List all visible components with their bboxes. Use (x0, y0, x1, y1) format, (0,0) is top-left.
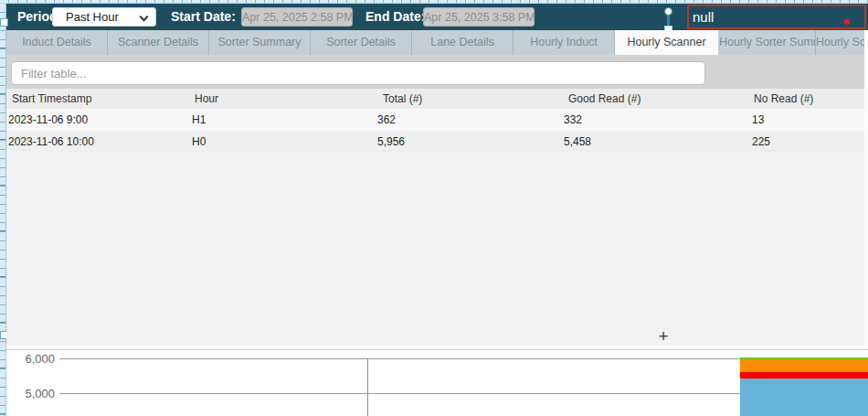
cell-no-read: 225 (752, 131, 770, 153)
vertical-ruler (0, 4, 6, 416)
column-header-good-read[interactable]: Good Read (#) (568, 89, 640, 109)
bar-segment-orange[interactable] (740, 360, 868, 372)
column-header-start-timestamp[interactable]: Start Timestamp (12, 89, 91, 109)
y-axis-tick-5000: 5,000 (7, 387, 55, 400)
tab-lane-details[interactable]: Lane Details (412, 30, 513, 55)
null-overlay-field[interactable]: null (687, 5, 866, 29)
period-select-value: Past Hour (66, 8, 119, 26)
end-date-label: End Date: (365, 4, 425, 30)
tab-hourly-scanner[interactable]: Hourly Scanner (615, 30, 719, 55)
chevron-down-icon (140, 13, 149, 22)
tab-hourly-sorter-summary[interactable]: Hourly Sorter Summar (719, 30, 816, 55)
panel-divider (6, 346, 868, 350)
column-header-hour[interactable]: Hour (195, 89, 218, 109)
filter-table-input[interactable] (11, 61, 705, 85)
table-row[interactable]: 2023-11-06 10:00 H0 5,956 5,458 225 (6, 131, 868, 153)
table-header-row: Start Timestamp Hour Total (#) Good Read… (6, 89, 868, 109)
column-header-no-read[interactable]: No Read (#) (754, 89, 813, 109)
category-divider-line (367, 358, 368, 416)
cell-hour: H1 (192, 109, 206, 131)
period-select[interactable]: Past Hour (52, 7, 156, 27)
hourly-scanner-chart: 6,000 5,000 (6, 351, 868, 416)
table-row[interactable]: 2023-11-06 9:00 H1 362 332 13 (6, 109, 868, 131)
cell-hour: H0 (192, 131, 206, 153)
tab-scanner-details[interactable]: Scanner Details (108, 30, 209, 55)
y-axis-tick-6000: 6,000 (7, 352, 55, 366)
start-date-input[interactable] (241, 7, 353, 27)
tab-bar: Induct Details Scanner Details Sorter Su… (6, 30, 868, 55)
selection-anchor-circle[interactable] (664, 7, 672, 16)
tab-hourly-sorter-details[interactable]: Hourly Sort (816, 30, 867, 55)
resize-handle-left-top[interactable] (0, 18, 8, 27)
table-empty-area (6, 153, 868, 346)
bar-segment-no-read[interactable] (740, 372, 868, 379)
cell-good-read: 332 (564, 109, 582, 131)
cell-no-read: 13 (752, 109, 764, 131)
tab-sorter-summary[interactable]: Sorter Summary (209, 30, 311, 55)
toolbar: Period: Past Hour Start Date: End Date: … (6, 4, 868, 30)
cell-good-read: 5,458 (564, 131, 591, 153)
bar-segment-good-read[interactable] (740, 379, 868, 416)
designer-canvas: Period: Past Hour Start Date: End Date: … (0, 0, 868, 416)
cell-total: 362 (377, 109, 396, 131)
start-date-label: Start Date: (171, 4, 236, 30)
tab-hourly-induct[interactable]: Hourly Induct (513, 30, 615, 55)
tab-sorter-details[interactable]: Sorter Details (311, 30, 412, 55)
column-header-total[interactable]: Total (#) (383, 89, 422, 109)
cell-start-timestamp: 2023-11-06 10:00 (8, 131, 94, 153)
filter-bar (6, 55, 868, 89)
tab-induct-details[interactable]: Induct Details (6, 30, 108, 55)
cell-total: 5,956 (377, 131, 405, 153)
error-dot-icon (844, 19, 850, 25)
add-widget-button[interactable]: + (654, 327, 672, 346)
cell-start-timestamp: 2023-11-06 9:00 (8, 109, 88, 131)
end-date-input[interactable] (423, 7, 535, 27)
scrollbar-track[interactable] (864, 30, 868, 346)
